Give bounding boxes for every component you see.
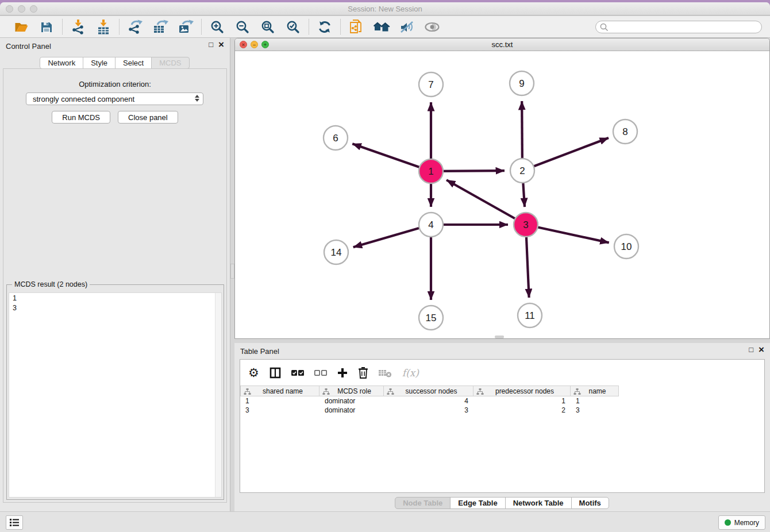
table-cell[interactable]: 2 [473,406,571,415]
table-body: 1dominator4113dominator323 [240,396,764,415]
splitter-handle[interactable] [230,264,234,279]
svg-text:15: 15 [426,313,437,323]
zoom-selected-button[interactable] [284,18,302,36]
graph-node-15[interactable]: 15 [419,306,443,330]
close-panel-icon[interactable]: × [218,41,224,48]
tab-node-table[interactable]: Node Table [395,497,451,509]
delete-table-button[interactable] [379,368,392,377]
show-hide-button[interactable] [423,18,441,36]
graph-node-8[interactable]: 8 [613,119,637,144]
search-input[interactable] [595,21,762,33]
graph-node-9[interactable]: 9 [510,71,534,95]
graph-node-3[interactable]: 3 [514,213,538,237]
criterion-dropdown-value: strongly connected component [33,95,134,103]
open-session-button[interactable] [12,18,30,36]
deselect-all-button[interactable] [314,369,327,377]
export-image-icon [178,20,194,34]
import-table-button[interactable] [94,18,113,36]
fx-icon: f(x) [402,367,419,379]
graph-node-11[interactable]: 11 [518,303,542,327]
select-all-button[interactable] [291,369,304,377]
network-canvas[interactable]: 7968124314101511 [235,51,769,338]
refresh-network-button[interactable] [315,18,334,36]
export-image-button[interactable] [176,18,195,36]
graph-node-4[interactable]: 4 [419,213,443,237]
zoom-fit-button[interactable] [259,18,277,36]
tab-mcds[interactable]: MCDS [151,57,189,69]
home-button[interactable] [372,18,391,36]
add-column-button[interactable] [337,368,348,378]
graph-node-7[interactable]: 7 [419,72,443,97]
tab-network[interactable]: Network [40,57,83,69]
graph-node-1[interactable]: 1 [419,159,443,183]
table-cell[interactable]: 3 [240,406,319,415]
select-columns-button[interactable] [270,367,281,379]
float-table-panel-icon[interactable]: □ [749,345,753,354]
column-header-shared-name[interactable]: shared name [240,385,319,396]
memory-button[interactable]: Memory [718,515,765,530]
window-titlebar: Session: New Session [0,2,770,16]
main-toolbar [0,16,770,38]
zoom-in-button[interactable] [208,18,226,36]
run-mcds-button[interactable]: Run MCDS [52,111,110,124]
table-cell[interactable]: 1 [240,396,319,406]
import-network-button[interactable] [69,18,87,36]
network-window-titlebar[interactable]: × – + scc.txt [235,38,769,51]
float-panel-icon[interactable]: □ [209,40,213,49]
tab-network-table[interactable]: Network Table [505,497,572,509]
column-header-mcds-role[interactable]: MCDS role [319,385,384,396]
table-cell[interactable]: 4 [384,396,473,406]
mcds-result-text[interactable]: 13 [9,292,222,498]
dropdown-stepper-icon [195,95,199,102]
svg-text:7: 7 [428,79,433,90]
column-header-successor-nodes[interactable]: successor nodes [384,385,473,396]
graph-node-2[interactable]: 2 [510,159,534,183]
canvas-resize-thumb[interactable] [495,336,504,338]
graph-edge-2-8[interactable] [522,138,609,171]
document-share-icon [349,19,363,34]
close-table-panel-icon[interactable]: × [759,346,764,353]
mcds-result-line: 1 [13,294,218,303]
graph-node-6[interactable]: 6 [324,126,348,150]
sort-hierarchy-icon [573,388,581,395]
column-header-name[interactable]: name [571,385,619,396]
task-history-button[interactable] [6,515,23,530]
svg-text:4: 4 [428,219,433,230]
criterion-dropdown[interactable]: strongly connected component [26,92,203,105]
network-window-title: scc.txt [235,40,769,49]
column-header-predecessor-nodes[interactable]: predecessor nodes [473,385,571,396]
svg-text:9: 9 [519,78,524,89]
table-row[interactable]: 3dominator323 [240,406,764,415]
tab-style[interactable]: Style [83,57,116,69]
table-row[interactable]: 1dominator411 [240,396,764,406]
muted-megaphone-icon [399,20,414,34]
eye-icon [424,21,440,33]
table-cell[interactable]: 1 [473,396,571,406]
table-cell[interactable]: 3 [384,406,473,415]
graph-node-10[interactable]: 10 [614,234,638,259]
close-panel-button[interactable]: Close panel [118,111,178,124]
graph-node-14[interactable]: 14 [324,240,348,264]
tab-motifs[interactable]: Motifs [571,497,609,509]
export-table-button[interactable] [151,18,170,36]
network-view-window: × – + scc.txt 7968124314101511 [234,38,770,339]
import-table-icon [95,20,111,34]
tab-edge-table[interactable]: Edge Table [450,497,505,509]
table-cell[interactable]: dominator [319,406,384,415]
save-session-button[interactable] [37,18,56,36]
result-scrollbar[interactable] [215,293,221,497]
tab-select[interactable]: Select [115,57,152,69]
table-cell[interactable]: 3 [571,406,619,415]
zoom-out-button[interactable] [233,18,252,36]
function-builder-button[interactable]: f(x) [402,367,419,379]
hide-styles-button[interactable] [398,18,416,36]
delete-column-button[interactable] [358,367,368,379]
table-settings-button[interactable]: ⚙ [248,367,259,379]
open-in-browser-button[interactable] [347,18,365,36]
graph-edge-3-1[interactable] [446,180,526,225]
table-cell[interactable]: dominator [319,396,384,406]
mcds-result-line: 3 [13,303,218,313]
table-cell[interactable]: 1 [571,396,619,406]
graph-edge-3-10[interactable] [526,225,609,242]
export-network-button[interactable] [126,18,144,36]
